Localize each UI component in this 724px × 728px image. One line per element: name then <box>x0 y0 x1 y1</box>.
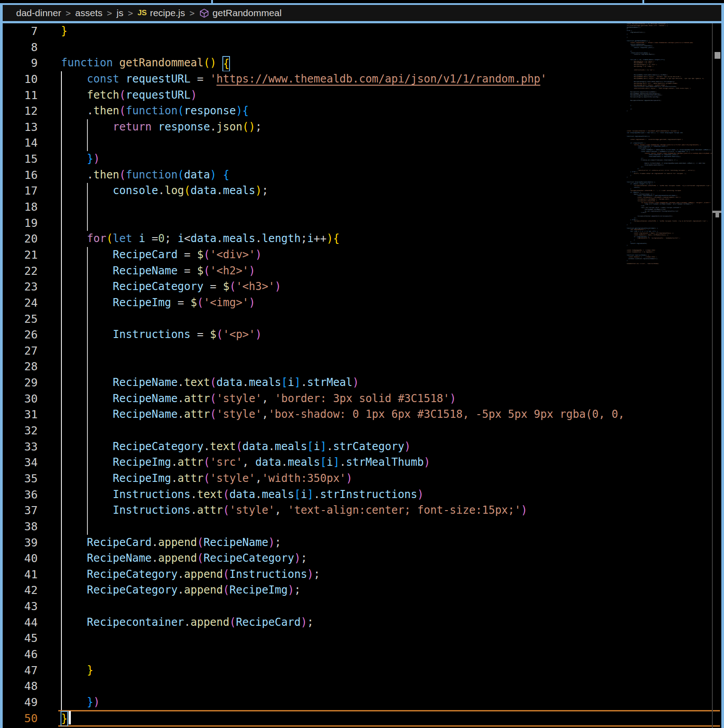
top-border <box>0 3 724 5</box>
code-text: Recipecontainer.append(RecipeCard); <box>61 615 314 631</box>
breadcrumb-label: assets <box>75 8 103 18</box>
breadcrumb-item-js[interactable]: js <box>117 8 123 18</box>
code-line[interactable]: 34RecipeImg.attr('src', data.meals[i].st… <box>3 455 721 471</box>
code-line[interactable]: 13return response.json(); <box>3 119 721 135</box>
code-line[interactable]: 45 <box>3 630 721 646</box>
code-line[interactable]: 14 <box>3 135 721 151</box>
code-area[interactable]: 7}89function getRandommeal() {10const re… <box>3 23 721 726</box>
code-line[interactable]: 16.then(function(data) { <box>3 167 721 183</box>
code-text: RecipeCategory.append(Instructions); <box>61 567 320 583</box>
breadcrumb-item-dad-dinner[interactable]: dad-dinner <box>16 8 61 18</box>
breadcrumb-separator: > <box>107 8 112 18</box>
code-text: Instructions.text(data.meals[i].strInstr… <box>61 487 424 503</box>
code-text: } <box>61 23 67 39</box>
minimap-line: RecipeName.attr('style','box-shadow: 0 1… <box>627 78 712 80</box>
code-line[interactable]: 49}) <box>3 694 721 711</box>
code-line[interactable]: 32 <box>3 423 721 439</box>
vscode-window: dad-dinner>assets>js>JSrecipe.js>getRand… <box>0 0 724 728</box>
editor-pane[interactable]: 7}89function getRandommeal() {10const re… <box>3 23 721 728</box>
breadcrumb-item-getRandommeal[interactable]: getRandommeal <box>199 8 282 18</box>
breadcrumb-separator: > <box>128 8 133 18</box>
code-text: RecipeCard = $('<div>') <box>61 247 262 263</box>
bracket-match-box: { <box>223 56 230 71</box>
code-line[interactable]: 43 <box>3 598 721 615</box>
code-line[interactable]: 15}) <box>3 151 721 167</box>
overview-ruler[interactable] <box>712 23 721 728</box>
code-text: RecipeImg = $('<img>') <box>61 295 256 311</box>
code-text: .then(function(response){ <box>61 103 249 119</box>
cursor-caret <box>69 711 71 724</box>
code-line[interactable]: 46 <box>3 646 721 663</box>
code-text: Instructions = $('<p>') <box>61 327 262 343</box>
code-text: RecipeImg.attr('src', data.meals[i].strM… <box>61 455 430 471</box>
code-line[interactable]: 37Instructions.attr('style', 'text-align… <box>3 503 721 519</box>
breadcrumb: dad-dinner>assets>js>JSrecipe.js>getRand… <box>3 5 721 21</box>
code-text: for(let i =0; i<data.meals.length;i++){ <box>61 231 339 247</box>
code-text: Instructions.attr('style', 'text-align:c… <box>61 503 527 519</box>
code-text: .then(function(data) { <box>61 167 230 183</box>
code-line[interactable]: 42RecipeCategory.append(RecipeImg); <box>3 582 721 598</box>
code-line[interactable]: 39RecipeCard.append(RecipeName); <box>3 535 721 551</box>
code-text: } <box>61 711 71 727</box>
code-line[interactable]: 48 <box>3 678 721 694</box>
breadcrumb-label: getRandommeal <box>212 8 282 18</box>
tab-divider-tick <box>642 0 644 3</box>
code-line[interactable]: 11fetch(requestURL) <box>3 87 721 104</box>
code-line[interactable]: 30RecipeName.attr('style', 'border: 3px … <box>3 391 721 407</box>
minimap[interactable]: const Recipecontainer = $('#recipe-conta… <box>627 23 712 301</box>
code-line[interactable]: 50} <box>3 711 721 727</box>
code-line[interactable]: 17console.log(data.meals); <box>3 183 721 199</box>
js-file-icon: JS <box>138 9 147 17</box>
code-line[interactable]: 24RecipeImg = $('<img>') <box>3 295 721 311</box>
bracket-match-box: } <box>61 711 68 726</box>
code-line[interactable]: 12.then(function(response){ <box>3 103 721 119</box>
minimap-line: recipeContainer.innerHTML = '<p>No recip… <box>627 221 712 222</box>
code-line[interactable]: 36Instructions.text(data.meals[i].strIns… <box>3 487 721 503</box>
code-line[interactable]: 7} <box>3 23 721 39</box>
code-line[interactable]: 40RecipeName.append(RecipeCategory); <box>3 550 721 567</box>
code-text: RecipeCard.append(RecipeName); <box>61 535 281 551</box>
breadcrumb-label: dad-dinner <box>16 8 61 18</box>
code-text: }) <box>61 151 100 167</box>
code-line[interactable]: 19 <box>3 215 721 231</box>
code-line[interactable]: 26Instructions = $('<p>') <box>3 327 721 343</box>
code-line[interactable]: 20for(let i =0; i<data.meals.length;i++)… <box>3 231 721 247</box>
breadcrumb-item-assets[interactable]: assets <box>75 8 103 18</box>
code-line[interactable]: 28 <box>3 359 721 375</box>
ruler-mark <box>715 52 720 59</box>
code-text: } <box>61 663 93 679</box>
code-text: RecipeName.append(RecipeCategory); <box>61 550 307 567</box>
breadcrumb-label: js <box>117 8 123 18</box>
symbol-cube-icon <box>199 8 209 18</box>
code-line[interactable]: 38 <box>3 519 721 535</box>
code-text: console.log(data.meals); <box>61 183 268 199</box>
code-line[interactable]: 23RecipeCategory = $('<h3>') <box>3 279 721 295</box>
code-text: RecipeCategory = $('<h3>') <box>61 279 281 295</box>
code-text: }) <box>61 694 100 711</box>
code-line[interactable]: 8 <box>3 39 721 56</box>
ruler-mark <box>715 212 719 217</box>
code-text: function getRandommeal() { <box>61 55 230 71</box>
code-line[interactable]: 33RecipeCategory.text(data.meals[i].strC… <box>3 439 721 455</box>
code-line[interactable]: 31RecipeName.attr('style','box-shadow: 0… <box>3 407 721 423</box>
right-border <box>721 3 724 728</box>
code-text: return response.json(); <box>61 119 262 135</box>
code-text: fetch(requestURL) <box>61 87 197 104</box>
code-text: RecipeName.attr('style', 'border: 3px so… <box>61 391 456 407</box>
code-line[interactable]: 41RecipeCategory.append(Instructions); <box>3 567 721 583</box>
breadcrumb-item-recipe.js[interactable]: JSrecipe.js <box>138 8 185 18</box>
code-line[interactable]: 18 <box>3 199 721 215</box>
code-text: RecipeCategory.append(RecipeImg); <box>61 582 301 598</box>
code-line[interactable]: 21RecipeCard = $('<div>') <box>3 247 721 263</box>
code-line[interactable]: 9function getRandommeal() { <box>3 55 721 71</box>
code-line[interactable]: 44Recipecontainer.append(RecipeCard); <box>3 615 721 631</box>
code-line[interactable]: 25 <box>3 311 721 327</box>
code-line[interactable]: 29RecipeName.text(data.meals[i].strMeal) <box>3 375 721 391</box>
code-line[interactable]: 27 <box>3 343 721 359</box>
code-line[interactable]: 47} <box>3 663 721 679</box>
code-line[interactable]: 10const requestURL = 'https://www.themea… <box>3 71 721 87</box>
breadcrumb-label: recipe.js <box>150 8 185 18</box>
code-line[interactable]: 35RecipeImg.attr('style','width:350px') <box>3 471 721 487</box>
tab-divider-tick <box>211 0 213 3</box>
code-line[interactable]: 22RecipeName = $('<h2>') <box>3 263 721 279</box>
